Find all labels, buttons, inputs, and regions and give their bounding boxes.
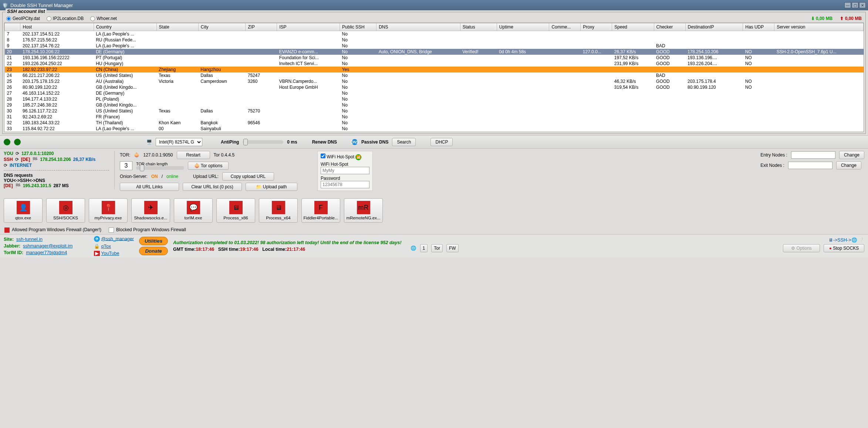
launcher-bar: 👤qtox.exe◎SSH/SOCKS📍myPrivacy.exe✈Shadow… [0,195,868,226]
group-legend: SSH account list [6,9,47,14]
wifi-hotspot-checkbox[interactable]: WiFi Hot-Spot 📶 [321,154,361,159]
search-button[interactable]: Search [392,138,416,146]
col-uptime[interactable]: Uptime [497,23,549,31]
wifi-password-input[interactable] [321,181,369,188]
table-row[interactable]: 23182.92.233.97:22CN (China)ZhejiangHang… [5,67,864,73]
col-country[interactable]: Country [94,23,156,31]
tor-version: Tor 0.4.4.5 [214,152,235,158]
table-row[interactable]: 2466.221.217.206:22US (United States)Tex… [5,73,864,78]
adapter-select[interactable]: Intel(R) 82574L G [156,138,202,146]
col-checker[interactable]: Checker [654,23,685,31]
tor-button[interactable]: Tor [431,244,443,252]
tor-chain-slider[interactable] [136,166,184,170]
entry-nodes-input[interactable] [791,151,835,159]
col-dns[interactable]: DNS [376,23,460,31]
col-server-version[interactable]: Server version [774,23,864,31]
exit-nodes-change-button[interactable]: Change [836,161,861,169]
launcher-process_x86[interactable]: 🖥Process_x86 [216,198,255,223]
telegram-link[interactable]: @ssh_manager [101,236,134,241]
utilities-button[interactable]: Utilities [139,237,168,245]
radio-geoipcity[interactable]: GeoIPCity.dat [6,16,40,21]
col-host[interactable]: Host [20,23,94,31]
col-zip[interactable]: ZIP [246,23,277,31]
close-button[interactable]: ✕ [859,2,866,8]
col-speed[interactable]: Speed [612,23,654,31]
table-row[interactable]: 9202.137.154.76:22LA (Lao People's ...No… [5,43,864,49]
donate-button[interactable]: Donate [139,247,168,255]
copy-upload-url-button[interactable]: Copy upload URL [222,172,274,181]
table-row[interactable]: 3192.243.2.69:22FR (France)No [5,114,864,120]
minimize-button[interactable]: — [844,2,851,8]
one-button[interactable]: 1 [420,244,428,252]
launcher-fiddler4portable-[interactable]: FFiddler4Portable... [301,198,340,223]
table-row[interactable]: 20178.254.10.206:22DE (Germany)EVANZO e-… [5,49,864,55]
app-icon: 🛡️ [2,3,8,8]
globe-small-icon[interactable]: 🌐 [411,245,416,251]
antiping-label: AntiPing [221,139,239,145]
launcher-ssh-socks[interactable]: ◎SSH/SOCKS [46,198,85,223]
col-proxy[interactable]: Proxy [581,23,612,31]
tor-restart-button[interactable]: Restart [177,151,210,159]
passive-dns-label: Passive DNS [361,139,388,145]
tor-chain-length-input[interactable] [120,161,132,170]
upload-path-button[interactable]: 📁 Upload path [246,183,297,191]
col-public-ssh[interactable]: Public SSH [340,23,376,31]
table-row[interactable]: 28194.177.4.133:22PL (Poland)No [5,96,864,102]
site-link[interactable]: ssh-tunnel.in [16,237,43,242]
chain-indicator: 🖥->SSH->🌐 [828,237,857,243]
status-dot-1[interactable] [4,139,10,145]
exit-nodes-input[interactable] [788,162,832,169]
table-row[interactable]: 7202.137.154.51:22LA (Lao People's ...No [5,31,864,37]
status-dot-2[interactable] [14,139,21,145]
table-row[interactable]: 32180.183.244.33:22TH (Thailand)Khon Kae… [5,120,864,126]
launcher-torim-exe[interactable]: 💬torIM.exe [174,198,213,223]
wifi-name-input[interactable] [321,167,369,174]
table-row[interactable]: 3096.126.117.72:22US (United States)Texa… [5,108,864,114]
table-row[interactable]: 2680.90.199.120:22GB (United Kingdo...Ho… [5,84,864,90]
col-comme-[interactable]: Comme... [549,23,581,31]
ssh-table[interactable]: HostCountryStateCityZIPISPPublic SSHDNSS… [4,23,864,132]
col-city[interactable]: City [198,23,245,31]
launcher-qtox-exe[interactable]: 👤qtox.exe [4,198,43,223]
entry-nodes-change-button[interactable]: Change [839,151,864,159]
table-row[interactable]: 2746.163.114.152:22DE (Germany)No [5,90,864,96]
dhcp-button[interactable]: DHCP [430,138,453,146]
table-row[interactable]: 21193.136.196.156:22222PT (Portugal)Foun… [5,55,864,61]
col-state[interactable]: State [156,23,198,31]
col-rownum[interactable] [5,23,20,31]
col-isp[interactable]: ISP [277,23,340,31]
help-icon[interactable]: ❔ [858,237,864,243]
qtox-link[interactable]: qTox [101,244,111,249]
onion-icon: 🧅 [134,152,139,158]
firewall-allowed[interactable]: Allowed Program Windows Firewall (Danger… [4,227,101,233]
radio-ip2location[interactable]: IP2Location.DB [47,16,84,21]
telegram-icon: ✈ [94,236,100,242]
table-row[interactable]: 25203.175.178.15:22AU (Australia)Victori… [5,78,864,84]
launcher-mremoteng-ex-[interactable]: mRmRemoteNG.ex... [344,198,383,223]
col-status[interactable]: Status [460,23,497,31]
launcher-shadowsocks-e-[interactable]: ✈Shadowsocks.e... [131,198,170,223]
torim-link[interactable]: manager77bjdqdm4 [26,250,67,255]
fw-button[interactable]: FW [446,244,459,252]
renew-dns-label[interactable]: Renew DNS [312,139,337,145]
launcher-myprivacy-exe[interactable]: 📍myPrivacy.exe [89,198,128,223]
antiping-slider[interactable] [243,140,283,144]
col-has-udp[interactable]: Has UDP [743,23,774,31]
tor-options-button[interactable]: 🧅 Tor options [188,162,229,170]
download-counter: ⬇ 0,00 MB [811,16,833,21]
maximize-button[interactable]: ▢ [852,2,858,8]
clear-url-list-button[interactable]: Clear URL list (0 pcs) [183,183,242,191]
jabber-link[interactable]: sshmanager@exploit.im [23,243,72,249]
col-destinationip[interactable]: DestinationIP [685,23,743,31]
stop-socks-button[interactable]: ● Stop SOCKS [824,244,864,252]
table-row[interactable]: 29185.27.246.38:22GB (United Kingdo...No [5,102,864,108]
firewall-blocked[interactable]: Blocked Program Windows Firewall [109,227,186,233]
mid-toolbar: 🖥️ Intel(R) 82574L G AntiPing 0 ms Renew… [0,135,868,149]
table-row[interactable]: 33115.84.92.72:22LA (Lao People's ...00S… [5,126,864,132]
radio-whoer[interactable]: Whoer.net [90,16,117,21]
table-row[interactable]: 8176.57.215.56:22RU (Russian Fede...No [5,37,864,43]
all-url-links-button[interactable]: All URL Links [120,183,179,191]
launcher-process_x64[interactable]: 🖥Process_x64 [259,198,298,223]
youtube-link[interactable]: YouTube [101,251,119,256]
table-row[interactable]: 22193.226.204.250:22HU (Hungary)Invitech… [5,61,864,67]
